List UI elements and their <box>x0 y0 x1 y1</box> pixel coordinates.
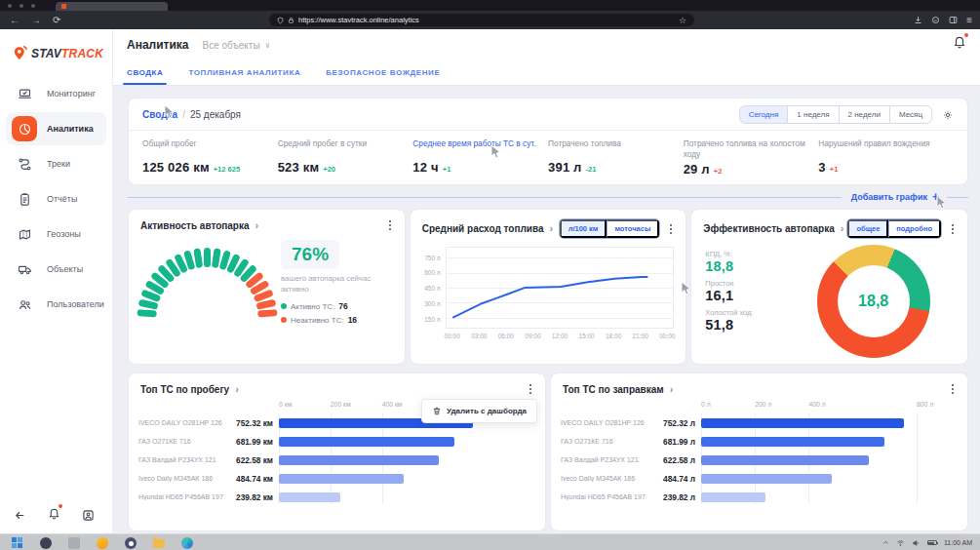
sidebar-item-geozones[interactable]: Геозоны <box>6 217 106 251</box>
stat-label: Нарушений правил вождения <box>818 138 944 158</box>
toggle-button[interactable]: подробно <box>888 219 941 238</box>
tab-item[interactable]: ТОПЛИВНАЯ АНАЛИТИКА <box>188 68 300 85</box>
kebab-menu-icon[interactable] <box>948 222 958 236</box>
stat-label[interactable]: Среднее время работы ТС в сут. <box>412 138 538 158</box>
efficiency-stat-label: Простои <box>705 279 789 288</box>
add-chart-button[interactable]: Добавить график <box>851 192 927 202</box>
chevron-right-icon[interactable]: › <box>670 384 674 395</box>
vehicle-value: 622.58 л <box>654 455 695 465</box>
window-controls[interactable] <box>8 4 35 8</box>
period-button[interactable]: 2 недели <box>839 105 890 124</box>
taskbar-app-icon[interactable] <box>125 537 137 549</box>
collapse-sidebar-icon[interactable] <box>14 509 26 522</box>
vehicle-name: IVECO DAILY О281НР 126 <box>561 419 654 426</box>
stat-value: 391 л <box>548 160 582 175</box>
x-tick-label: 12:00 <box>552 333 568 339</box>
tab-active[interactable]: СВОДКА <box>127 68 163 85</box>
kebab-menu-icon[interactable] <box>666 222 676 236</box>
efficiency-stat-label: КПД, %: <box>705 250 789 258</box>
gauge-segment <box>204 248 211 267</box>
sidebar-item-objects[interactable]: Объекты <box>6 253 106 286</box>
firefox-icon[interactable] <box>97 537 108 549</box>
chevron-right-icon[interactable]: › <box>255 220 259 231</box>
period-button[interactable]: 1 неделя <box>787 105 839 124</box>
account-icon[interactable] <box>82 509 95 522</box>
x-tick-label: 18:00 <box>606 333 621 339</box>
sidebar: STAVTRACK МониторингАналитикаТрекиОтчёты… <box>0 29 113 533</box>
taskbar-app-icon[interactable] <box>40 537 52 549</box>
speaker-icon[interactable] <box>912 539 921 547</box>
delete-from-dashboard-menu-item[interactable]: Удалить с дашборда <box>421 399 537 423</box>
bar-fill <box>279 474 404 484</box>
hamburger-menu-icon[interactable]: ≡ <box>966 15 972 25</box>
back-icon[interactable]: ← <box>10 16 20 25</box>
clock[interactable]: 11:00 AM <box>944 539 972 546</box>
tab-item[interactable]: БЕЗОПАСНОЕ ВОЖДЕНИЕ <box>326 68 440 85</box>
wifi-icon[interactable] <box>896 539 905 547</box>
chevron-right-icon[interactable]: › <box>550 223 554 234</box>
kebab-menu-icon[interactable] <box>948 382 958 396</box>
chevron-right-icon[interactable]: › <box>841 223 844 234</box>
reload-icon[interactable]: ⟳ <box>53 16 60 25</box>
news-bell-icon[interactable] <box>953 35 966 53</box>
bar-fill <box>701 418 904 428</box>
summary-title-link[interactable]: Сводка <box>142 109 177 120</box>
stat-label: Потрачено топлива <box>548 138 674 158</box>
vehicle-name: ГАЗ Валдай Р234УХ 121 <box>561 456 654 463</box>
sidebar-item-reports[interactable]: Отчёты <box>6 182 106 216</box>
chevron-right-icon[interactable]: › <box>235 384 239 395</box>
sidebar-panel-icon[interactable] <box>949 16 958 24</box>
shield-icon <box>277 17 284 24</box>
period-button[interactable]: Месяц <box>889 105 932 124</box>
vehicle-name: ГАЗ Валдай Р234УХ 121 <box>138 456 232 463</box>
stavtrack-logo[interactable]: STAVTRACK <box>0 29 112 75</box>
toggle-button[interactable]: общее <box>847 219 888 238</box>
vehicle-value: 484.74 л <box>654 474 695 484</box>
bar-row: ГАЗ О271КЕ 716681.99 км <box>138 432 533 451</box>
bar-fill <box>279 437 454 447</box>
efficiency-card: Эффективность автопарка › общееподробно … <box>690 209 968 365</box>
activity-percent: 76% <box>281 240 339 269</box>
sidebar-item-users[interactable]: Пользователи <box>6 288 106 321</box>
efficiency-stat-value: 18,8 <box>705 258 789 274</box>
edge-browser-icon[interactable] <box>181 537 193 549</box>
toggle-button[interactable]: л/100 км <box>560 219 608 238</box>
download-icon[interactable] <box>914 16 922 24</box>
tracks-icon <box>12 151 37 177</box>
sidebar-item-monitoring[interactable]: Мониторинг <box>6 77 106 110</box>
kebab-menu-icon[interactable] <box>385 218 395 232</box>
y-tick-label: 750 л <box>424 254 440 260</box>
url-bar[interactable]: https://www.stavtrack.online/analytics ☆ <box>269 14 694 26</box>
objects-filter-dropdown[interactable]: Все объекты ∨ <box>203 40 271 51</box>
chevron-down-icon: ∨ <box>265 41 271 50</box>
summary-card: Сводка / 25 декабря Сегодня1 неделя2 нед… <box>128 98 968 185</box>
summary-stat: Средний пробег в сутки523 км+20 <box>278 138 413 177</box>
stat-label: Потрачено топлива на холостом ходу <box>684 138 809 160</box>
separator: / <box>182 109 185 120</box>
file-explorer-icon[interactable] <box>153 539 165 548</box>
plus-icon[interactable]: + <box>932 190 939 204</box>
stat-value: 3 <box>818 160 825 175</box>
kebab-menu-icon[interactable] <box>526 382 535 396</box>
bookmark-star-icon[interactable]: ☆ <box>679 16 686 25</box>
stat-label: Общий пробег <box>142 138 268 158</box>
taskbar-app-icon[interactable] <box>68 537 80 549</box>
extension-icon[interactable] <box>931 16 940 24</box>
battery-icon[interactable] <box>927 540 937 545</box>
axis-tick-label: 200 км <box>331 401 351 408</box>
gear-icon[interactable] <box>942 109 954 121</box>
summary-stat: Потрачено топлива на холостом ходу29 л+2 <box>684 138 819 177</box>
browser-tab[interactable] <box>56 2 168 11</box>
sidebar-item-analytics[interactable]: Аналитика <box>6 112 106 145</box>
toggle-button[interactable]: моточасы <box>607 219 659 238</box>
notifications-bell-icon[interactable] <box>48 506 60 524</box>
bar-track <box>701 437 956 447</box>
tray-expand-icon[interactable] <box>882 539 889 546</box>
sidebar-item-tracks[interactable]: Треки <box>6 147 106 180</box>
reports-icon <box>12 186 37 212</box>
bar-row: Hyundai HD65 Р456АВ 197239.82 л <box>561 488 956 506</box>
start-button-icon[interactable] <box>12 537 23 549</box>
period-button[interactable]: Сегодня <box>739 105 789 124</box>
vehicle-value: 484.74 км <box>232 474 273 484</box>
forward-icon[interactable]: → <box>31 16 41 25</box>
